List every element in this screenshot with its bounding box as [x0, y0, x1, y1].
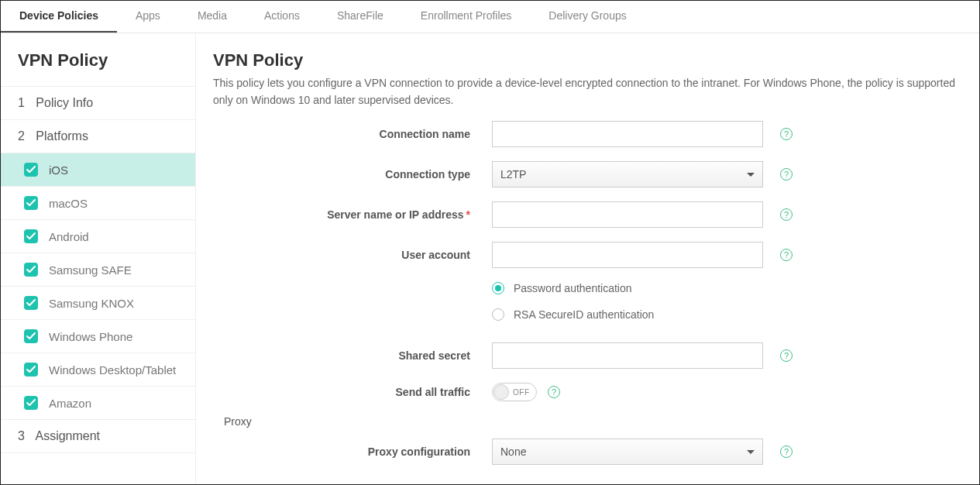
toggle-knob-icon [493, 384, 509, 400]
label-connection-type: Connection type [213, 168, 492, 181]
label-connection-name: Connection name [213, 128, 492, 140]
help-icon[interactable]: ? [780, 168, 793, 181]
radio-rsa-auth[interactable] [492, 308, 504, 321]
radio-password-auth[interactable] [492, 282, 504, 294]
row-connection-type: Connection type L2TP ? [213, 161, 975, 187]
sidebar-item-samsung-safe[interactable]: Samsung SAFE [1, 253, 195, 286]
radio-label-password: Password authentication [514, 282, 632, 294]
user-account-input[interactable] [492, 242, 763, 268]
step-number: 2 [18, 129, 25, 143]
caret-down-icon [747, 450, 755, 454]
sidebar-item-label: Samsung SAFE [49, 263, 132, 277]
row-proxy-configuration: Proxy configuration None ? [213, 439, 975, 465]
shared-secret-input[interactable] [492, 342, 763, 369]
sidebar-title: VPN Policy [1, 33, 195, 86]
help-icon[interactable]: ? [780, 249, 793, 261]
sidebar-item-label: Samsung KNOX [49, 297, 134, 310]
row-send-all-traffic: Send all traffic OFF ? [213, 383, 975, 401]
sidebar-item-label: Windows Phone [49, 330, 132, 343]
section-proxy-heading: Proxy [224, 415, 975, 428]
step-label: Assignment [35, 429, 100, 442]
connection-name-input[interactable] [492, 121, 763, 147]
tab-sharefile[interactable]: ShareFile [318, 1, 402, 33]
sidebar-item-label: Android [49, 230, 89, 243]
app-frame: Device Policies Apps Media Actions Share… [0, 0, 980, 485]
radio-label-rsa: RSA SecureID authentication [514, 308, 654, 321]
tab-media[interactable]: Media [179, 1, 246, 33]
sidebar-item-windows-desktop-tablet[interactable]: Windows Desktop/Tablet [1, 353, 195, 386]
checkbox-icon[interactable] [24, 196, 38, 210]
sidebar-item-label: Amazon [49, 397, 91, 410]
step-number: 3 [18, 429, 25, 442]
page-description: This policy lets you configure a VPN con… [213, 75, 972, 108]
row-auth-password: Password authentication [213, 282, 975, 294]
help-icon[interactable]: ? [780, 349, 793, 362]
sidebar-item-amazon[interactable]: Amazon [1, 386, 195, 419]
label-text: Server name or IP address [327, 208, 463, 221]
row-server-name: Server name or IP address* ? [213, 201, 975, 228]
sidebar-item-ios[interactable]: iOS [1, 153, 195, 186]
connection-type-select[interactable]: L2TP [492, 161, 763, 187]
sidebar-item-windows-phone[interactable]: Windows Phone [1, 319, 195, 353]
help-icon[interactable]: ? [548, 386, 560, 398]
sidebar-item-macos[interactable]: macOS [1, 186, 195, 219]
checkbox-icon[interactable] [24, 396, 38, 410]
select-value: L2TP [500, 168, 526, 181]
checkbox-icon[interactable] [24, 296, 38, 310]
help-icon[interactable]: ? [780, 445, 793, 458]
sidebar-item-label: iOS [49, 163, 68, 177]
row-connection-name: Connection name ? [213, 121, 975, 147]
tab-apps[interactable]: Apps [117, 1, 179, 33]
help-icon[interactable]: ? [780, 128, 793, 140]
sidebar-step-platforms[interactable]: 2 Platforms [1, 119, 195, 153]
tab-device-policies[interactable]: Device Policies [1, 1, 117, 33]
label-server-name: Server name or IP address* [213, 208, 492, 221]
sidebar: VPN Policy 1 Policy Info 2 Platforms iOS… [1, 33, 196, 484]
sidebar-step-policy-info[interactable]: 1 Policy Info [1, 86, 195, 119]
required-marker: * [466, 208, 470, 221]
label-shared-secret: Shared secret [213, 349, 492, 362]
body-area: VPN Policy 1 Policy Info 2 Platforms iOS… [1, 33, 979, 484]
send-all-traffic-toggle[interactable]: OFF [492, 383, 537, 401]
sidebar-item-samsung-knox[interactable]: Samsung KNOX [1, 286, 195, 319]
main-panel: VPN Policy This policy lets you configur… [196, 33, 979, 484]
tab-delivery-groups[interactable]: Delivery Groups [530, 1, 645, 33]
help-icon[interactable]: ? [780, 208, 793, 221]
step-number: 1 [18, 96, 25, 109]
row-shared-secret: Shared secret ? [213, 342, 975, 369]
row-auth-rsa: RSA SecureID authentication [213, 308, 975, 321]
label-send-all-traffic: Send all traffic [213, 386, 492, 398]
caret-down-icon [747, 173, 755, 177]
proxy-configuration-select[interactable]: None [492, 439, 763, 465]
top-tabs: Device Policies Apps Media Actions Share… [1, 1, 979, 33]
step-label: Policy Info [36, 96, 93, 109]
server-name-input[interactable] [492, 201, 763, 228]
label-user-account: User account [213, 249, 492, 261]
checkbox-icon[interactable] [24, 163, 38, 177]
sidebar-step-assignment[interactable]: 3 Assignment [1, 419, 195, 453]
tab-enrollment-profiles[interactable]: Enrollment Profiles [402, 1, 531, 33]
select-value: None [500, 445, 526, 458]
step-label: Platforms [36, 129, 88, 143]
checkbox-icon[interactable] [24, 363, 38, 377]
checkbox-icon[interactable] [24, 263, 38, 277]
label-proxy-configuration: Proxy configuration [213, 445, 492, 458]
tab-actions[interactable]: Actions [246, 1, 318, 33]
checkbox-icon[interactable] [24, 229, 38, 243]
sidebar-item-label: Windows Desktop/Tablet [49, 363, 176, 377]
page-title: VPN Policy [213, 50, 975, 71]
toggle-text: OFF [513, 388, 530, 397]
sidebar-item-label: macOS [49, 197, 88, 210]
row-user-account: User account ? [213, 242, 975, 268]
checkbox-icon[interactable] [24, 329, 38, 343]
sidebar-item-android[interactable]: Android [1, 219, 195, 253]
